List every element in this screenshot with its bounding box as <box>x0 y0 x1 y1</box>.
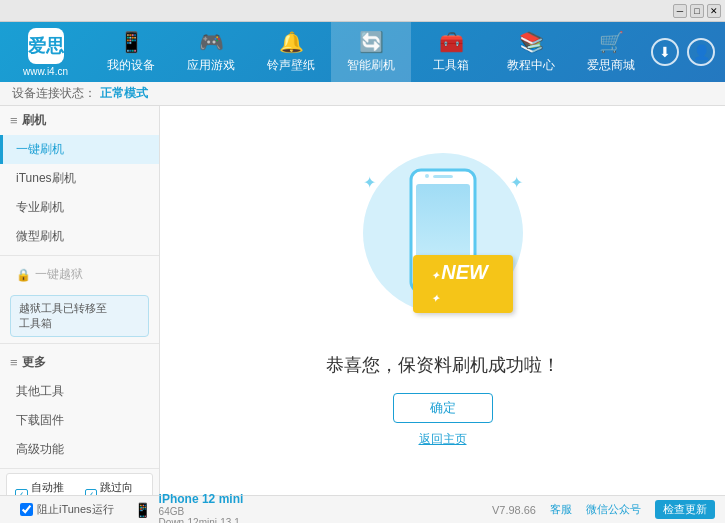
nav-right-buttons: ⬇ 👤 <box>651 38 725 66</box>
logo-area[interactable]: 爱思 www.i4.cn <box>0 28 91 77</box>
close-btn[interactable]: ✕ <box>707 4 721 18</box>
sidebar-divider-1 <box>0 255 159 256</box>
maximize-btn[interactable]: □ <box>690 4 704 18</box>
device-details: iPhone 12 mini 64GB Down-12mini-13,1 <box>155 492 244 524</box>
status-value: 正常模式 <box>100 85 148 102</box>
main-layout: ≡ 刷机 一键刷机 iTunes刷机 专业刷机 微型刷机 🔒 一键越狱 越狱工具… <box>0 106 725 495</box>
stop-itunes-area: 阻止iTunes运行 <box>10 498 124 521</box>
wechat-link[interactable]: 微信公众号 <box>586 502 641 517</box>
lock-icon: 🔒 <box>16 268 31 282</box>
title-bar: ─ □ ✕ <box>0 0 725 22</box>
sidebar-item-one-key-flash[interactable]: 一键刷机 <box>0 135 159 164</box>
sidebar-item-other-tools[interactable]: 其他工具 <box>0 377 159 406</box>
header: 爱思 www.i4.cn 📱 我的设备 🎮 应用游戏 🔔 铃声壁纸 🔄 智能刷机… <box>0 22 725 82</box>
skip-wizard-check-icon: ✓ <box>85 489 98 496</box>
more-section-icon: ≡ <box>10 355 18 370</box>
logo-icon: 爱思 <box>28 28 64 64</box>
sidebar: ≡ 刷机 一键刷机 iTunes刷机 专业刷机 微型刷机 🔒 一键越狱 越狱工具… <box>0 106 160 495</box>
apps-icon: 🎮 <box>199 30 224 54</box>
version-label: V7.98.66 <box>492 504 536 516</box>
user-btn[interactable]: 👤 <box>687 38 715 66</box>
sidebar-checkboxes: ✓ 自动推送 ✓ 跳过向导 <box>6 473 153 495</box>
nav-mall[interactable]: 🛒 爱思商城 <box>571 22 651 82</box>
tutorial-icon: 📚 <box>519 30 544 54</box>
bottom-right: V7.98.66 客服 微信公众号 检查更新 <box>492 500 715 519</box>
stop-itunes-checkbox[interactable] <box>20 503 33 516</box>
flash-icon: 🔄 <box>359 30 384 54</box>
sidebar-more-section: ≡ 更多 <box>0 348 159 377</box>
device-storage: 64GB <box>159 506 244 517</box>
success-message: 恭喜您，保资料刷机成功啦！ <box>326 353 560 377</box>
confirm-button[interactable]: 确定 <box>393 393 493 423</box>
nav-toolbox[interactable]: 🧰 工具箱 <box>411 22 491 82</box>
auto-send-check-icon: ✓ <box>15 489 28 496</box>
toolbox-icon: 🧰 <box>439 30 464 54</box>
sidebar-item-itunes-flash[interactable]: iTunes刷机 <box>0 164 159 193</box>
section-icon: ≡ <box>10 113 18 128</box>
sparkle-left-icon: ✦ <box>363 173 376 192</box>
svg-point-4 <box>425 174 429 178</box>
ringtone-icon: 🔔 <box>279 30 304 54</box>
sidebar-divider-3 <box>0 468 159 469</box>
illustration: ✦ ✦ NEW <box>343 153 543 333</box>
sidebar-flash-section: ≡ 刷机 <box>0 106 159 135</box>
sidebar-divider-2 <box>0 343 159 344</box>
sidebar-item-micro-flash[interactable]: 微型刷机 <box>0 222 159 251</box>
device-system: Down-12mini-13,1 <box>159 517 244 524</box>
status-bar: 设备连接状态： 正常模式 <box>0 82 725 106</box>
sidebar-item-advanced[interactable]: 高级功能 <box>0 435 159 464</box>
nav-items: 📱 我的设备 🎮 应用游戏 🔔 铃声壁纸 🔄 智能刷机 🧰 工具箱 📚 教程中心… <box>91 22 651 82</box>
phone-icon: 📱 <box>119 30 144 54</box>
bottom-bar: 阻止iTunes运行 📱 iPhone 12 mini 64GB Down-12… <box>0 495 725 523</box>
content-area: ✦ ✦ NEW 恭喜您，保资料刷机成功啦！ 确定 返回主页 <box>160 106 725 495</box>
phone-small-icon: 📱 <box>134 502 151 518</box>
nav-my-device[interactable]: 📱 我的设备 <box>91 22 171 82</box>
device-name: iPhone 12 mini <box>159 492 244 506</box>
mall-icon: 🛒 <box>599 30 624 54</box>
sidebar-notice: 越狱工具已转移至工具箱 <box>10 295 149 337</box>
sparkle-right-icon: ✦ <box>510 173 523 192</box>
support-link[interactable]: 客服 <box>550 502 572 517</box>
sidebar-item-pro-flash[interactable]: 专业刷机 <box>0 193 159 222</box>
nav-apps-games[interactable]: 🎮 应用游戏 <box>171 22 251 82</box>
status-label: 设备连接状态： <box>12 85 96 102</box>
update-button[interactable]: 检查更新 <box>655 500 715 519</box>
device-info-area: 📱 iPhone 12 mini 64GB Down-12mini-13,1 <box>134 492 244 524</box>
svg-rect-3 <box>433 175 453 178</box>
nav-tutorial[interactable]: 📚 教程中心 <box>491 22 571 82</box>
nav-smart-flash[interactable]: 🔄 智能刷机 <box>331 22 411 82</box>
nav-ringtones[interactable]: 🔔 铃声壁纸 <box>251 22 331 82</box>
minimize-btn[interactable]: ─ <box>673 4 687 18</box>
auto-send-checkbox[interactable]: ✓ 自动推送 <box>15 480 75 495</box>
sidebar-item-download-fw[interactable]: 下载固件 <box>0 406 159 435</box>
sidebar-item-jailbreak: 🔒 一键越狱 <box>0 260 159 289</box>
stop-itunes-label: 阻止iTunes运行 <box>37 502 114 517</box>
new-badge: NEW <box>413 255 513 313</box>
download-btn[interactable]: ⬇ <box>651 38 679 66</box>
home-link[interactable]: 返回主页 <box>419 431 467 448</box>
logo-text: www.i4.cn <box>23 66 68 77</box>
